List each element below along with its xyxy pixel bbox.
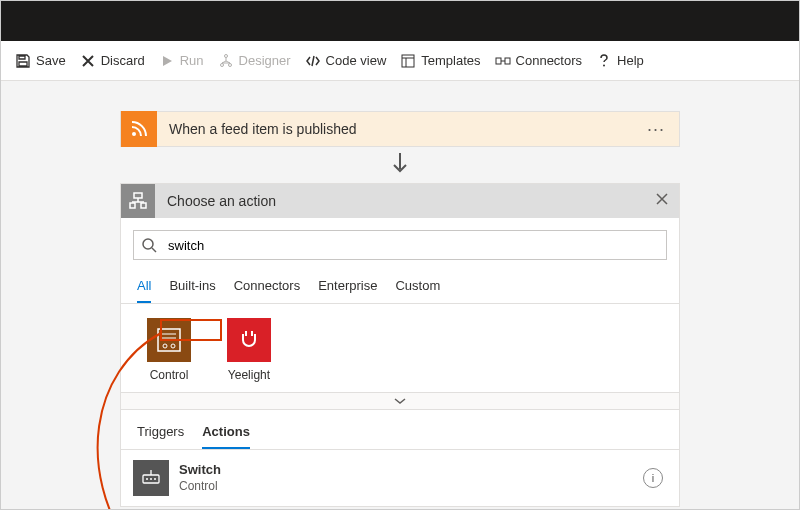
help-icon (596, 53, 612, 69)
svg-point-25 (171, 344, 175, 348)
connectors-button[interactable]: Connectors (495, 53, 582, 69)
title-bar (1, 1, 799, 41)
designer-canvas: When a feed item is published ··· Choose… (1, 81, 799, 509)
search-box (133, 230, 667, 260)
tab-triggers[interactable]: Triggers (137, 420, 184, 449)
svg-rect-23 (158, 329, 180, 351)
discard-button[interactable]: Discard (80, 53, 145, 69)
svg-rect-10 (496, 58, 501, 64)
rss-icon (121, 111, 157, 147)
close-icon (655, 192, 669, 206)
trigger-card[interactable]: When a feed item is published ··· (120, 111, 680, 147)
result-tabs: Triggers Actions (121, 410, 679, 449)
connector-yeelight[interactable]: Yeelight (219, 318, 279, 382)
search-input[interactable] (164, 234, 666, 257)
codeview-icon (305, 53, 321, 69)
svg-point-6 (228, 63, 231, 66)
connectors-icon (495, 53, 511, 69)
trigger-menu-button[interactable]: ··· (633, 124, 679, 134)
svg-point-13 (603, 64, 605, 66)
designer-button[interactable]: Designer (218, 53, 291, 69)
svg-point-33 (154, 478, 156, 480)
choose-action-panel: Choose an action All Built-ins Connector… (120, 183, 680, 507)
codeview-button[interactable]: Code view (305, 53, 387, 69)
action-header-icon (121, 184, 155, 218)
svg-rect-19 (130, 203, 135, 208)
svg-point-24 (163, 344, 167, 348)
templates-icon (400, 53, 416, 69)
svg-rect-11 (505, 58, 510, 64)
control-connector-icon (147, 318, 191, 362)
tab-connectors[interactable]: Connectors (234, 272, 300, 303)
expand-connectors-bar[interactable] (121, 392, 679, 410)
connector-control[interactable]: Control (139, 318, 199, 382)
svg-point-0 (224, 54, 227, 57)
tab-enterprise[interactable]: Enterprise (318, 272, 377, 303)
action-panel-header: Choose an action (121, 184, 679, 218)
designer-icon (218, 53, 234, 69)
result-subtitle: Control (179, 479, 643, 494)
switch-action-icon (133, 460, 169, 496)
run-icon (159, 53, 175, 69)
svg-point-5 (220, 63, 223, 66)
svg-point-31 (146, 478, 148, 480)
command-bar: Save Discard Run Designer Code view Temp… (1, 41, 799, 81)
save-icon (15, 53, 31, 69)
trigger-title: When a feed item is published (157, 121, 633, 137)
result-info-button[interactable]: i (643, 468, 663, 488)
yeelight-connector-icon (227, 318, 271, 362)
action-panel-title: Choose an action (155, 193, 645, 209)
connectors-row: Control Yeelight (121, 304, 679, 392)
chevron-down-icon (393, 396, 407, 406)
result-title: Switch (179, 462, 643, 478)
svg-line-22 (152, 248, 156, 252)
help-button[interactable]: Help (596, 53, 644, 69)
svg-point-14 (132, 132, 136, 136)
tab-actions[interactable]: Actions (202, 420, 250, 449)
close-action-panel-button[interactable] (645, 192, 679, 210)
svg-point-32 (150, 478, 152, 480)
svg-rect-20 (141, 203, 146, 208)
svg-rect-16 (134, 193, 142, 198)
search-icon (134, 237, 164, 253)
templates-button[interactable]: Templates (400, 53, 480, 69)
svg-point-21 (143, 239, 153, 249)
tab-custom[interactable]: Custom (395, 272, 440, 303)
tab-all[interactable]: All (137, 272, 151, 303)
svg-rect-7 (402, 55, 414, 67)
tab-built-ins[interactable]: Built-ins (169, 272, 215, 303)
info-icon: i (652, 472, 654, 484)
result-item-switch[interactable]: Switch Control i (121, 449, 679, 506)
discard-icon (80, 53, 96, 69)
save-button[interactable]: Save (15, 53, 66, 69)
flow-arrow-icon (120, 147, 680, 183)
run-button[interactable]: Run (159, 53, 204, 69)
category-tabs: All Built-ins Connectors Enterprise Cust… (121, 272, 679, 304)
